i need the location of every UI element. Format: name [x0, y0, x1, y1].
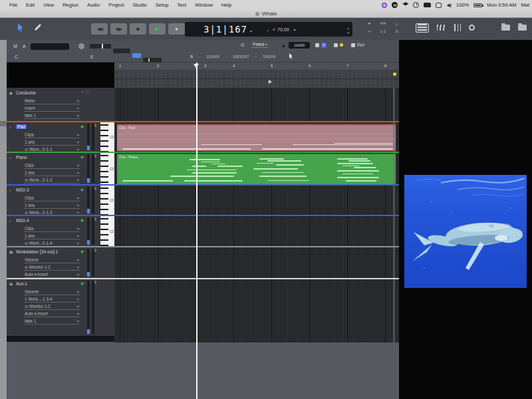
- menu-user[interactable]: Mat: [521, 2, 529, 8]
- menu-view[interactable]: View: [43, 2, 54, 8]
- track-dropdown[interactable]: 1 any: [24, 232, 80, 239]
- record-button[interactable]: [168, 23, 185, 35]
- metronome-icon[interactable]: △: [390, 21, 404, 29]
- track-name[interactable]: Conductor: [16, 90, 36, 95]
- slider-2[interactable]: [113, 49, 130, 53]
- clippings-folder-icon[interactable]: [501, 25, 510, 31]
- track-name[interactable]: Piano: [16, 155, 27, 160]
- slider-1[interactable]: [90, 44, 111, 49]
- play-button[interactable]: [149, 23, 166, 35]
- level-meter[interactable]: [87, 124, 96, 150]
- selection-end-field[interactable]: 1|8|3|307: [233, 55, 249, 59]
- slider-3[interactable]: [132, 53, 141, 58]
- track-dropdown[interactable]: ⊙ Monitor 1-2: [24, 303, 80, 310]
- sequence-editor-button[interactable]: [437, 25, 446, 32]
- marker-strip[interactable]: [114, 70, 399, 88]
- track-dropdown[interactable]: Clips: [24, 225, 80, 232]
- track-play-icon[interactable]: ▶: [81, 187, 84, 192]
- window-title-bar[interactable]: Whale: [0, 10, 532, 18]
- track-dropdown[interactable]: Clips: [24, 131, 80, 138]
- menu-help[interactable]: Help: [221, 2, 231, 8]
- link-icon[interactable]: ∞: [362, 29, 376, 37]
- menu-clock[interactable]: Mon 9:59 AM: [487, 2, 516, 8]
- track-dropdown[interactable]: Meter: [24, 97, 80, 104]
- dot-indicator[interactable]: ●: [362, 21, 376, 29]
- bar-beat-tick-counter[interactable]: 3|1|167: [203, 24, 247, 35]
- pointer-tool-icon[interactable]: [17, 23, 25, 32]
- rewind-button[interactable]: [91, 23, 108, 35]
- selection-start-field[interactable]: 1|1|006: [206, 55, 219, 59]
- measure-ruler[interactable]: 1 2 3 4 5 6 7 8: [114, 63, 399, 70]
- mini-keyboard[interactable]: C3: [100, 122, 114, 152]
- m-badge-icon[interactable]: M: [392, 2, 398, 8]
- track-dropdown[interactable]: Auto ▾ Insert: [24, 310, 80, 317]
- snap-checkbox[interactable]: [334, 43, 338, 47]
- clock-icon[interactable]: [413, 2, 419, 8]
- countoff-indicator[interactable]: 1·1: [376, 29, 390, 37]
- bundles-folder-icon[interactable]: [518, 25, 527, 31]
- rel-checkbox[interactable]: [351, 43, 355, 47]
- track-name[interactable]: Aux-1: [16, 281, 27, 286]
- menu-audio[interactable]: Audio: [87, 2, 100, 8]
- track-name[interactable]: MIDI-3: [16, 188, 29, 192]
- playhead-line[interactable]: [196, 63, 198, 399]
- track-dropdown[interactable]: 1 any: [24, 138, 80, 146]
- box-icon[interactable]: □: [86, 90, 89, 94]
- mute-all-button[interactable]: M: [13, 44, 17, 49]
- level-meter[interactable]: [87, 187, 96, 213]
- menu-file[interactable]: File: [9, 2, 17, 8]
- track-midi-3[interactable]: ♪MIDI-3▶Clips1 any⊙ Work...0-1-3C3: [7, 185, 114, 215]
- name-field[interactable]: [31, 43, 69, 50]
- menu-setup[interactable]: Setup: [156, 2, 169, 8]
- track-dropdown[interactable]: take 1: [24, 317, 80, 325]
- stop-button[interactable]: [130, 23, 146, 35]
- track-dropdown[interactable]: take 1: [24, 112, 80, 119]
- track-midi-4[interactable]: ♪MIDI-4▶Clips1 any⊙ Work...0-1-4C3: [7, 215, 114, 247]
- fast-forward-button[interactable]: [110, 23, 127, 35]
- p-checkbox[interactable]: [315, 43, 319, 47]
- track-dropdown[interactable]: 1 any: [24, 201, 80, 209]
- pencil-tool-icon[interactable]: [33, 23, 43, 32]
- meter-indicator[interactable]: 4/4: [376, 21, 390, 29]
- track-piano[interactable]: ♪Piano▶Clips1 any⊙ Work...0-1-2C3: [7, 152, 114, 185]
- level-meter[interactable]: [87, 281, 96, 334]
- tracks-view-button[interactable]: [416, 23, 429, 33]
- track-dropdown[interactable]: ⊙ Work...0-1-2: [24, 176, 80, 184]
- track-play-icon[interactable]: ▶: [81, 217, 84, 222]
- track-dropdown[interactable]: 1 Work...-1 3-4: [24, 295, 80, 303]
- track-name[interactable]: Workstation [34 out]-1: [16, 249, 58, 254]
- selection-length-field[interactable]: 7|0|300: [263, 55, 276, 59]
- track-dropdown[interactable]: Insert: [24, 104, 80, 112]
- dropbox-icon[interactable]: [402, 2, 408, 8]
- tempo-value[interactable]: 70.00: [277, 27, 289, 32]
- track-dropdown[interactable]: ⊙ Monitor 1-2: [24, 263, 80, 271]
- track-conductor[interactable]: ◆Conductor×□MeterInserttake 1: [7, 88, 114, 122]
- mini-keyboard[interactable]: C3: [100, 153, 114, 185]
- menu-project[interactable]: Project: [108, 2, 124, 8]
- tempo-dropdown-icon[interactable]: [294, 27, 296, 32]
- clip-piano[interactable]: Clip - Piano: [117, 154, 396, 184]
- grid-value-field[interactable]: 11000: [289, 42, 310, 49]
- grid-mode-dropdown[interactable]: Fixed: [251, 42, 269, 48]
- track-dropdown[interactable]: Clips: [24, 194, 80, 201]
- mixer-button[interactable]: [454, 24, 461, 33]
- menu-window[interactable]: Window: [195, 2, 213, 8]
- track-workstation-34-out-1[interactable]: ▣Workstation [34 out]-1▶Volume⊙ Monitor …: [7, 247, 114, 279]
- track-play-icon[interactable]: ▶: [81, 124, 84, 128]
- track-name[interactable]: MIDI-4: [16, 218, 29, 223]
- track-aux-1[interactable]: ◉Aux-1▶Volume1 Work...-1 3-4⊙ Monitor 1-…: [7, 279, 114, 336]
- counter-dropdown-icon[interactable]: [250, 23, 252, 35]
- volume-icon[interactable]: ◀): [446, 3, 452, 8]
- track-name[interactable]: Pad: [16, 124, 27, 129]
- level-meter[interactable]: [87, 217, 96, 245]
- level-meter[interactable]: [87, 154, 96, 183]
- menu-studio[interactable]: Studio: [132, 2, 146, 8]
- memory-cycle-dot-icon[interactable]: [393, 72, 396, 76]
- loop-button[interactable]: [469, 25, 475, 32]
- track-dropdown[interactable]: Volume: [24, 288, 80, 295]
- solo-indicator[interactable]: S: [390, 29, 404, 37]
- panel-divider-handle[interactable]: [0, 121, 7, 126]
- sel-stepper-icon[interactable]: ⋮: [280, 54, 284, 59]
- clip-pad[interactable]: Clip - Pad: [117, 124, 396, 151]
- track-play-icon[interactable]: ▶: [81, 249, 84, 253]
